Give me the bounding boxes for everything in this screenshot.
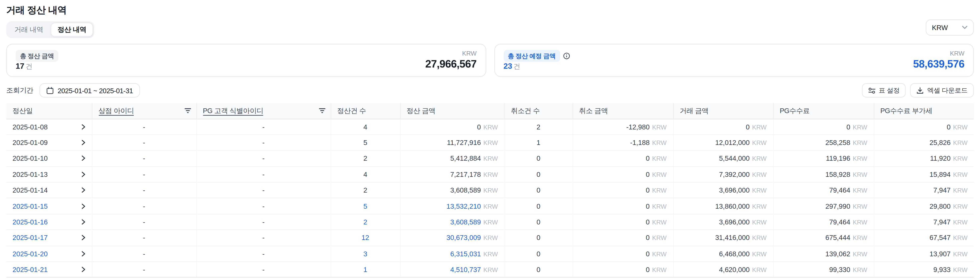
pg-customer-id-cell: - — [196, 167, 331, 182]
settlement-date-cell: 2025-01-10 — [6, 151, 92, 167]
settled-currency-label: KRW — [462, 50, 477, 57]
expected-count-unit: 건 — [514, 62, 520, 70]
table-settings-button[interactable]: 표 설정 — [862, 83, 906, 98]
table-row[interactable]: 2025-01-13 - - 4 7,217,178KRW 0 0KRW 7,3… — [6, 167, 974, 182]
currency-suffix: KRW — [853, 219, 867, 226]
tab-settlement-history[interactable]: 정산 내역 — [51, 22, 93, 37]
expand-row-button[interactable] — [80, 266, 86, 273]
pg-fee-cell: 297,990KRW — [773, 198, 874, 214]
table-row[interactable]: 2025-01-21 - - 1 4,510,737KRW 0 0KRW 4,6… — [6, 262, 974, 278]
pg-fee-cell: 79,464KRW — [773, 182, 874, 198]
cancel-amount-cell: 0KRW — [573, 246, 673, 262]
pg-fee-cell: 119,196KRW — [773, 151, 874, 167]
merchant-id-cell: - — [92, 182, 196, 198]
settle-count-cell: 3 — [331, 246, 400, 262]
expand-row-button[interactable] — [80, 203, 86, 209]
tx-amount-cell: 12,012,000KRW — [673, 135, 773, 151]
chevron-right-icon — [80, 251, 86, 257]
settlement-date-cell: 2025-01-14 — [6, 182, 92, 198]
currency-suffix: KRW — [853, 124, 867, 130]
pg-customer-id-cell: - — [196, 246, 331, 262]
col-settle-amount: 정산 금액 — [400, 103, 504, 119]
tx-amount-cell: 0KRW — [673, 119, 773, 135]
settlement-date-cell: 2025-01-20 — [6, 246, 92, 262]
cancel-count-cell: 2 — [504, 119, 573, 135]
chevron-right-icon — [80, 171, 86, 177]
settle-amount-cell: 4,510,737KRW — [400, 262, 504, 278]
currency-select-value: KRW — [932, 24, 948, 31]
settle-count-cell: 5 — [331, 198, 400, 214]
currency-suffix: KRW — [484, 203, 498, 210]
currency-suffix: KRW — [484, 266, 498, 274]
settlement-date: 2025-01-13 — [13, 171, 48, 178]
currency-suffix: KRW — [484, 171, 498, 178]
cancel-amount-cell: 0KRW — [573, 262, 673, 278]
merchant-id-cell: - — [92, 230, 196, 246]
settle-amount-cell: 6,315,031KRW — [400, 246, 504, 262]
currency-suffix: KRW — [652, 155, 667, 162]
settlement-date: 2025-01-10 — [13, 155, 48, 162]
table-row[interactable]: 2025-01-17 - - 12 30,673,009KRW 0 0KRW 3… — [6, 230, 974, 246]
info-icon[interactable] — [563, 52, 570, 60]
merchant-id-cell: - — [92, 119, 196, 135]
chevron-right-icon — [80, 235, 86, 241]
table-row[interactable]: 2025-01-14 - - 2 3,608,589KRW 0 0KRW 3,6… — [6, 182, 974, 198]
table-row[interactable]: 2025-01-20 - - 3 6,315,031KRW 0 0KRW 6,4… — [6, 246, 974, 262]
currency-suffix: KRW — [484, 187, 498, 194]
expand-row-button[interactable] — [80, 171, 86, 177]
calendar-icon — [46, 87, 54, 94]
col-cancel-amount: 취소 금액 — [573, 103, 673, 119]
chevron-right-icon — [80, 139, 86, 146]
settlement-date: 2025-01-21 — [13, 266, 48, 274]
pg-fee-vat-cell: 7,947KRW — [874, 182, 974, 198]
col-merchant-id: 상점 아이디 — [92, 103, 196, 119]
tx-amount-cell: 31,416,000KRW — [673, 230, 773, 246]
expand-row-button[interactable] — [80, 124, 86, 130]
table-row[interactable]: 2025-01-10 - - 2 5,412,884KRW 0 0KRW 5,5… — [6, 151, 974, 167]
expand-row-button[interactable] — [80, 251, 86, 257]
expand-row-button[interactable] — [80, 235, 86, 241]
currency-suffix: KRW — [652, 251, 667, 258]
merchant-id-cell: - — [92, 167, 196, 182]
expand-row-button[interactable] — [80, 139, 86, 146]
excel-download-label: 엑셀 다운로드 — [927, 86, 968, 95]
cancel-amount-cell: 0KRW — [573, 182, 673, 198]
table-row[interactable]: 2025-01-09 - - 5 11,727,916KRW 1 -1,188K… — [6, 135, 974, 151]
settlement-date-cell: 2025-01-15 — [6, 198, 92, 214]
date-range-button[interactable]: 2025-01-01 ~ 2025-01-31 — [40, 83, 140, 98]
table-row[interactable]: 2025-01-15 - - 5 13,532,210KRW 0 0KRW 13… — [6, 198, 974, 214]
currency-suffix: KRW — [853, 251, 867, 258]
cancel-count-cell: 0 — [504, 246, 573, 262]
settle-count-cell: 4 — [331, 119, 400, 135]
currency-suffix: KRW — [752, 203, 767, 210]
table-row[interactable]: 2025-01-16 - - 2 3,608,589KRW 0 0KRW 3,6… — [6, 214, 974, 230]
currency-suffix: KRW — [484, 155, 498, 162]
tx-amount-cell: 13,860,000KRW — [673, 198, 773, 214]
pg-customer-id-cell: - — [196, 119, 331, 135]
settlement-date-cell: 2025-01-08 — [6, 119, 92, 135]
table-row[interactable]: 2025-01-08 - - 4 0KRW 2 -12,980KRW 0KRW … — [6, 119, 974, 135]
excel-download-button[interactable]: 엑셀 다운로드 — [910, 83, 974, 98]
pg-fee-cell: 0KRW — [773, 119, 874, 135]
currency-suffix: KRW — [484, 124, 498, 130]
chevron-right-icon — [80, 219, 86, 225]
expand-row-button[interactable] — [80, 187, 86, 193]
tab-transaction-history[interactable]: 거래 내역 — [8, 22, 50, 37]
settlement-date: 2025-01-16 — [13, 218, 48, 226]
settlement-date: 2025-01-15 — [13, 202, 48, 210]
page-title: 거래 정산 내역 — [0, 0, 980, 16]
settle-amount-cell: 5,412,884KRW — [400, 151, 504, 167]
settlement-date: 2025-01-14 — [13, 186, 48, 194]
filter-icon[interactable] — [318, 108, 325, 113]
pg-customer-id-cell: - — [196, 151, 331, 167]
currency-select[interactable]: KRW — [926, 19, 974, 36]
expand-row-button[interactable] — [80, 219, 86, 225]
expected-count-line: 23건 — [504, 62, 520, 71]
col-settlement-date: 정산일 — [6, 103, 92, 119]
settlement-date-cell: 2025-01-21 — [6, 262, 92, 278]
filter-icon[interactable] — [184, 108, 191, 113]
expand-row-button[interactable] — [80, 155, 86, 162]
settlement-date-cell: 2025-01-16 — [6, 214, 92, 230]
col-settle-count: 정산건 수 — [331, 103, 400, 119]
expected-badge: 총 정산 예정 금액 — [504, 50, 560, 62]
